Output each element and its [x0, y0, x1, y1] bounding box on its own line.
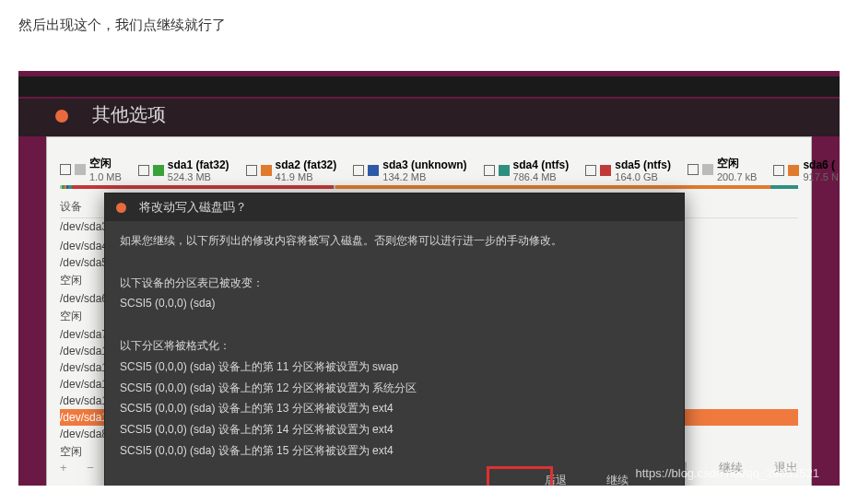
partition-panel: 空闲1.0 MB sda1 (fat32)524.3 MB sda2 (fat3…: [46, 136, 812, 486]
dialog-text: 以下设备的分区表已被改变：: [120, 273, 669, 294]
dialog-back-button[interactable]: 后退: [545, 473, 567, 486]
color-swatch: [499, 165, 510, 176]
add-partition-button[interactable]: +: [60, 461, 67, 475]
partition-legend-item: sda4 (ntfs)786.4 MB: [484, 158, 570, 182]
remove-partition-button[interactable]: −: [87, 461, 94, 475]
color-swatch: [153, 165, 164, 176]
dialog-continue-button[interactable]: 继续: [606, 473, 629, 486]
dialog-text: SCSI5 (0,0,0) (sda) 设备上的第 14 分区将被设置为 ext…: [120, 419, 669, 440]
partition-legend-item: sda3 (unknown)134.2 MB: [353, 158, 466, 182]
color-swatch: [702, 164, 713, 175]
checkbox-icon[interactable]: [773, 165, 784, 176]
partition-legend-item: sda5 (ntfs)164.0 GB: [585, 158, 671, 182]
dialog-body: 如果您继续，以下所列出的修改内容将被写入磁盘。否则您将可以进行进一步的手动修改。…: [105, 221, 684, 467]
window-title: 其他选项: [92, 104, 166, 124]
color-swatch: [788, 165, 799, 176]
partition-legend-item: sda1 (fat32)524.3 MB: [138, 158, 229, 182]
disk-usage-strip: [60, 185, 798, 189]
dialog-text: SCSI5 (0,0,0) (sda) 设备上的第 11 分区将被设置为 swa…: [120, 357, 669, 378]
color-swatch: [75, 164, 86, 175]
desktop-menu-bar: [18, 76, 840, 97]
partition-legend-item: 空闲1.0 MB: [60, 156, 122, 182]
partition-legend-item: sda6 (917.5 N: [773, 158, 839, 182]
dialog-text: 如果您继续，以下所列出的修改内容将被写入磁盘。否则您将可以进行进一步的手动修改。: [120, 230, 669, 252]
dialog-close-icon[interactable]: [116, 203, 126, 213]
checkbox-icon[interactable]: [353, 165, 364, 176]
partition-legend-item: 空闲200.7 kB: [688, 156, 757, 182]
checkbox-icon[interactable]: [585, 165, 596, 176]
partition-legend-item: sda2 (fat32)41.9 MB: [246, 158, 337, 182]
dialog-text: SCSI5 (0,0,0) (sda) 设备上的第 12 分区将被设置为 系统分…: [120, 378, 669, 399]
checkbox-icon[interactable]: [688, 164, 699, 175]
article-caption: 然后出现这个，我们点继续就行了: [0, 0, 858, 71]
dialog-title-bar: 将改动写入磁盘吗？: [105, 193, 684, 221]
checkbox-icon[interactable]: [138, 165, 149, 176]
dialog-title: 将改动写入磁盘吗？: [139, 200, 247, 214]
partition-legend: 空闲1.0 MB sda1 (fat32)524.3 MB sda2 (fat3…: [60, 156, 798, 182]
color-swatch: [261, 165, 272, 176]
checkbox-icon[interactable]: [246, 165, 257, 176]
checkbox-icon[interactable]: [60, 164, 71, 175]
color-swatch: [600, 165, 611, 176]
dialog-text: SCSI5 (0,0,0) (sda): [120, 293, 669, 314]
watermark-text: https://blog.csdn.net/qq_29631521: [636, 466, 820, 480]
dialog-text: SCSI5 (0,0,0) (sda) 设备上的第 15 分区将被设置为 ext…: [120, 440, 669, 462]
checkbox-icon[interactable]: [484, 165, 495, 176]
color-swatch: [368, 165, 379, 176]
close-icon[interactable]: [55, 110, 68, 123]
screenshot-frame: 其他选项 空闲1.0 MB sda1 (fat32)524.3 MB sda2 …: [18, 71, 840, 486]
window-title-bar: 其他选项: [18, 99, 840, 136]
dialog-text: 以下分区将被格式化：: [120, 335, 669, 357]
dialog-text: SCSI5 (0,0,0) (sda) 设备上的第 13 分区将被设置为 ext…: [120, 398, 669, 419]
confirm-dialog: 将改动写入磁盘吗？ 如果您继续，以下所列出的修改内容将被写入磁盘。否则您将可以进…: [104, 193, 685, 486]
